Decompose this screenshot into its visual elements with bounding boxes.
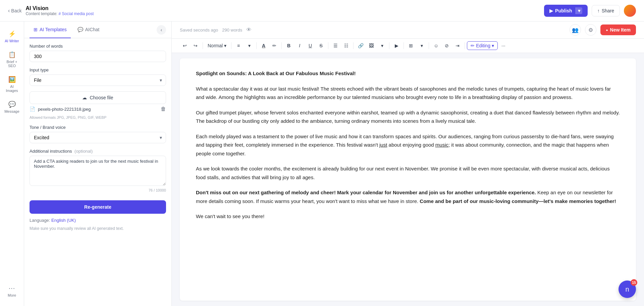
share-button[interactable]: ↑ Share [592,5,620,16]
sidebar-item-label-ai-writer: AI Writer [5,39,19,43]
message-icon: 💬 [8,101,16,108]
publish-chevron-icon[interactable]: ▾ [576,7,582,14]
redo-button[interactable]: ↪ [191,41,201,51]
content-template-link[interactable]: # Social media post [59,11,94,16]
back-arrow-icon: ‹ [8,8,10,14]
format-divider-6 [353,42,354,49]
sidebar-item-message[interactable]: 💬 Message [1,97,23,117]
panel-collapse-button[interactable]: ‹ [157,25,166,35]
strikeout-button[interactable]: ⊘ [442,41,452,51]
brief-seo-icon: 📋 [8,51,16,58]
table-button[interactable]: ⊞ [406,41,416,51]
share-upload-icon: ↑ [597,8,600,13]
editor-paragraph-3: Each melody played was a testament to th… [196,132,620,158]
file-delete-button[interactable]: 🗑 [161,106,166,112]
regenerate-button[interactable]: Re-generate [30,200,166,214]
align-dropdown-button[interactable]: ▾ [244,41,254,51]
number-of-words-input[interactable] [30,51,166,62]
users-circle-button[interactable]: 👥 [570,24,581,36]
italic-button[interactable]: I [294,41,305,51]
input-type-select[interactable]: File Text URL [30,74,166,86]
sidebar-item-ai-images[interactable]: 🖼️ AI Images [1,72,23,96]
strikethrough-button[interactable]: S [316,41,326,51]
aichat-icon: 💬 [77,27,83,32]
main-layout: ⚡ AI Writer 📋 Brief + SEO 🖼️ AI Images 💬… [0,21,644,306]
format-divider-4 [281,42,282,49]
file-name: pexels-photo-2221318.jpeg [38,107,158,112]
text-color-button[interactable]: A [259,41,269,51]
image-button[interactable]: 🖼 [366,41,376,51]
format-bar: ↩ ↪ Normal ▾ ≡ ▾ A ✏ B I U S ☰ ☷ 🔗 🖼 ▾ [172,39,644,53]
tab-aichat[interactable]: 💬 AIChat [73,21,104,38]
table-dropdown-button[interactable]: ▾ [417,41,427,51]
page-title: AI Vision [25,5,94,11]
editor-content[interactable]: Spotlight on Sounds: A Look Back at Our … [180,58,636,301]
format-divider-7 [389,42,389,49]
more-dots-icon: ··· [9,284,15,292]
indent-button[interactable]: ⇥ [452,41,463,51]
additional-instructions-label: Additional instructions (optional) [30,149,166,154]
image-dropdown-button[interactable]: ▾ [377,41,387,51]
header-subtitle: Content template: # Social media post [25,11,94,16]
align-button[interactable]: ≡ [233,41,244,51]
publish-play-icon: ▶ [549,8,553,13]
tab-ai-templates[interactable]: ⊞ AI Templates [30,21,71,38]
avatar[interactable] [624,5,636,17]
tone-select[interactable]: Excited Professional Casual Friendly For… [30,132,166,143]
bold-button[interactable]: B [284,41,294,51]
panel-body: Number of words Input type File Text URL… [24,38,171,306]
new-item-button[interactable]: ● New Item [600,24,636,35]
editor-paragraph-4: As we look towards the cooler months, th… [196,164,620,182]
ordered-list-button[interactable]: ☷ [341,41,351,51]
sidebar-item-ai-writer[interactable]: ⚡ AI Writer [1,27,23,46]
chat-bubble[interactable]: n 15 [619,280,636,298]
header: ‹ Back AI Vision Content template: # Soc… [0,0,644,21]
format-divider-2 [231,42,231,49]
tone-group: Tone / Brand voice Excited Professional … [30,125,166,143]
left-panel: ⊞ AI Templates 💬 AIChat ‹ Number of word… [24,21,172,306]
input-type-label: Input type [30,67,166,72]
tab-ai-templates-label: AI Templates [40,27,67,32]
tone-label: Tone / Brand voice [30,125,166,130]
number-of-words-group: Number of words [30,44,166,62]
format-divider-9 [429,42,429,49]
editor-meta: Saved seconds ago 290 words 👁 [180,27,252,33]
upload-icon: ☁ [82,95,87,100]
publish-button[interactable]: ▶ Publish ▾ [544,5,588,17]
back-label: Back [11,8,21,13]
editor-paragraph-1: What a spectacular day it was at our las… [196,85,620,102]
choose-file-button[interactable]: ☁ Choose file [30,91,166,104]
editor-paragraph-heading: Spotlight on Sounds: A Look Back at Our … [196,69,620,78]
link-button[interactable]: 🔗 [356,41,366,51]
format-divider-10 [465,42,465,49]
edit-pen-icon: ✏ [471,43,475,48]
bullet-list-button[interactable]: ☰ [330,41,340,51]
sidebar-item-more[interactable]: ··· More [1,281,23,301]
underline-button[interactable]: U [305,41,315,51]
style-dropdown[interactable]: Normal ▾ [205,42,229,50]
additional-instructions-textarea[interactable]: Add a CTA asking readers to join us for … [30,156,166,186]
more-options-button[interactable]: ··· [498,41,508,51]
emoji-button[interactable]: ☺ [431,41,441,51]
tone-select-wrapper: Excited Professional Casual Friendly For… [30,132,166,143]
header-right: ▶ Publish ▾ ↑ Share [544,5,636,17]
file-item: 📄 pexels-photo-2221318.jpeg 🗑 [30,104,166,114]
highlight-button[interactable]: ✏ [269,41,279,51]
sidebar-item-brief-seo[interactable]: 📋 Brief + SEO [1,48,23,71]
play-button[interactable]: ▶ [391,41,401,51]
back-button[interactable]: ‹ Back [8,8,21,14]
settings-icon: ⚙ [588,27,593,33]
ai-writer-icon: ⚡ [8,30,16,38]
editor-toolbar-top: Saved seconds ago 290 words 👁 👥 ⚙ ● New … [172,21,644,39]
sidebar-item-label-ai-images: AI Images [4,85,20,93]
chat-icon: n [625,286,629,293]
header-title-section: AI Vision Content template: # Social med… [25,5,94,16]
editing-dropdown[interactable]: ✏ Editing ▾ [467,41,498,50]
undo-button[interactable]: ↩ [180,41,190,51]
eye-icon[interactable]: 👁 [246,27,252,33]
settings-circle-button[interactable]: ⚙ [585,24,596,36]
ai-images-icon: 🖼️ [8,76,16,83]
language-row: Language: English (UK) [30,218,166,223]
language-link[interactable]: English (UK) [51,218,76,223]
input-type-group: Input type File Text URL [30,67,166,86]
